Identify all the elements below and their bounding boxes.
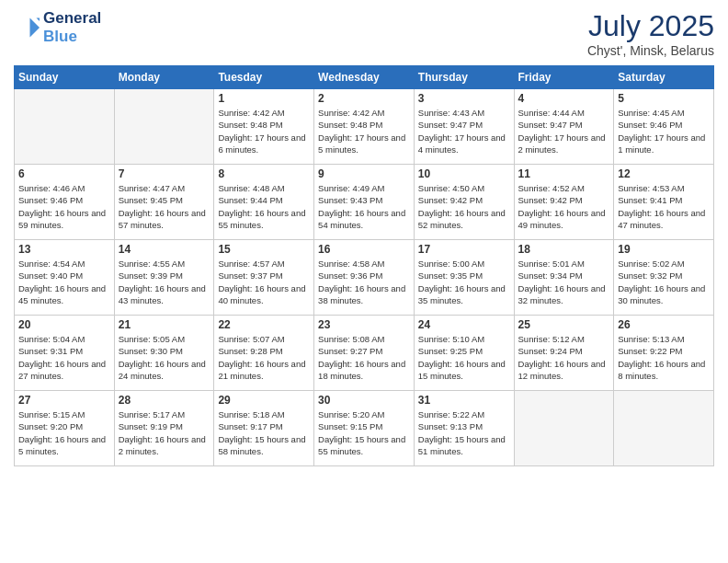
day-info: Sunrise: 5:02 AMSunset: 9:32 PMDaylight:… <box>618 258 710 306</box>
table-row: 20Sunrise: 5:04 AMSunset: 9:31 PMDayligh… <box>15 316 115 391</box>
table-row: 6Sunrise: 4:46 AMSunset: 9:46 PMDaylight… <box>15 165 115 240</box>
day-number: 22 <box>218 318 310 331</box>
header-monday: Monday <box>114 66 214 89</box>
day-info: Sunrise: 4:49 AMSunset: 9:43 PMDaylight:… <box>318 182 410 231</box>
day-number: 17 <box>418 243 510 256</box>
table-row <box>114 89 214 165</box>
day-info: Sunrise: 5:10 AMSunset: 9:25 PMDaylight:… <box>418 333 510 382</box>
table-row: 11Sunrise: 4:52 AMSunset: 9:42 PMDayligh… <box>514 165 614 240</box>
header-friday: Friday <box>514 66 614 89</box>
table-row: 7Sunrise: 4:47 AMSunset: 9:45 PMDaylight… <box>114 165 214 240</box>
calendar-table: Sunday Monday Tuesday Wednesday Thursday… <box>14 65 714 466</box>
header-tuesday: Tuesday <box>214 66 314 89</box>
day-number: 24 <box>418 318 510 331</box>
day-number: 21 <box>119 318 210 331</box>
day-info: Sunrise: 4:55 AMSunset: 9:39 PMDaylight:… <box>119 258 210 306</box>
day-info: Sunrise: 5:17 AMSunset: 9:19 PMDaylight:… <box>119 408 210 457</box>
calendar-header: Sunday Monday Tuesday Wednesday Thursday… <box>15 66 714 89</box>
day-number: 4 <box>518 92 610 105</box>
table-row: 9Sunrise: 4:49 AMSunset: 9:43 PMDaylight… <box>314 165 415 240</box>
day-info: Sunrise: 5:18 AMSunset: 9:17 PMDaylight:… <box>218 408 310 457</box>
table-row: 16Sunrise: 4:58 AMSunset: 9:36 PMDayligh… <box>314 240 415 316</box>
table-row: 10Sunrise: 4:50 AMSunset: 9:42 PMDayligh… <box>414 165 514 240</box>
day-info: Sunrise: 5:13 AMSunset: 9:22 PMDaylight:… <box>618 333 710 382</box>
day-info: Sunrise: 4:58 AMSunset: 9:36 PMDaylight:… <box>318 258 410 306</box>
table-row: 18Sunrise: 5:01 AMSunset: 9:34 PMDayligh… <box>514 240 614 316</box>
table-row: 27Sunrise: 5:15 AMSunset: 9:20 PMDayligh… <box>15 391 115 466</box>
logo-text-line2: Blue <box>43 28 101 46</box>
table-row: 12Sunrise: 4:53 AMSunset: 9:41 PMDayligh… <box>614 165 714 240</box>
day-info: Sunrise: 4:48 AMSunset: 9:44 PMDaylight:… <box>218 182 310 231</box>
day-number: 19 <box>618 243 710 256</box>
day-number: 3 <box>418 92 510 105</box>
day-number: 27 <box>18 394 110 407</box>
day-info: Sunrise: 4:46 AMSunset: 9:46 PMDaylight:… <box>18 182 110 231</box>
table-row: 15Sunrise: 4:57 AMSunset: 9:37 PMDayligh… <box>214 240 314 316</box>
table-row: 2Sunrise: 4:42 AMSunset: 9:48 PMDaylight… <box>314 89 415 165</box>
day-info: Sunrise: 5:15 AMSunset: 9:20 PMDaylight:… <box>18 408 110 457</box>
day-number: 18 <box>518 243 610 256</box>
day-info: Sunrise: 4:44 AMSunset: 9:47 PMDaylight:… <box>518 107 610 155</box>
table-row: 19Sunrise: 5:02 AMSunset: 9:32 PMDayligh… <box>614 240 714 316</box>
table-row: 23Sunrise: 5:08 AMSunset: 9:27 PMDayligh… <box>314 316 415 391</box>
day-number: 23 <box>318 318 410 331</box>
header-saturday: Saturday <box>614 66 714 89</box>
day-info: Sunrise: 5:00 AMSunset: 9:35 PMDaylight:… <box>418 258 510 306</box>
day-number: 26 <box>618 318 710 331</box>
day-info: Sunrise: 4:54 AMSunset: 9:40 PMDaylight:… <box>18 258 110 306</box>
table-row: 1Sunrise: 4:42 AMSunset: 9:48 PMDaylight… <box>214 89 314 165</box>
day-number: 30 <box>318 394 410 407</box>
table-row: 21Sunrise: 5:05 AMSunset: 9:30 PMDayligh… <box>114 316 214 391</box>
day-info: Sunrise: 5:12 AMSunset: 9:24 PMDaylight:… <box>518 333 610 382</box>
table-row: 3Sunrise: 4:43 AMSunset: 9:47 PMDaylight… <box>414 89 514 165</box>
day-info: Sunrise: 5:07 AMSunset: 9:28 PMDaylight:… <box>218 333 310 382</box>
day-info: Sunrise: 5:22 AMSunset: 9:13 PMDaylight:… <box>418 408 510 457</box>
day-info: Sunrise: 5:08 AMSunset: 9:27 PMDaylight:… <box>318 333 410 382</box>
title-block: July 2025 Chyst', Minsk, Belarus <box>587 9 714 58</box>
table-row: 22Sunrise: 5:07 AMSunset: 9:28 PMDayligh… <box>214 316 314 391</box>
table-row: 31Sunrise: 5:22 AMSunset: 9:13 PMDayligh… <box>414 391 514 466</box>
day-number: 28 <box>119 394 210 407</box>
day-info: Sunrise: 4:47 AMSunset: 9:45 PMDaylight:… <box>119 182 210 231</box>
day-number: 2 <box>318 92 410 105</box>
day-info: Sunrise: 5:20 AMSunset: 9:15 PMDaylight:… <box>318 408 410 457</box>
day-number: 15 <box>218 243 310 256</box>
table-row: 28Sunrise: 5:17 AMSunset: 9:19 PMDayligh… <box>114 391 214 466</box>
day-number: 12 <box>618 167 710 180</box>
table-row <box>614 391 714 466</box>
day-number: 20 <box>18 318 110 331</box>
table-row: 30Sunrise: 5:20 AMSunset: 9:15 PMDayligh… <box>314 391 415 466</box>
day-info: Sunrise: 5:04 AMSunset: 9:31 PMDaylight:… <box>18 333 110 382</box>
table-row: 17Sunrise: 5:00 AMSunset: 9:35 PMDayligh… <box>414 240 514 316</box>
location-subtitle: Chyst', Minsk, Belarus <box>587 43 714 58</box>
svg-marker-0 <box>30 17 40 37</box>
day-number: 7 <box>119 167 210 180</box>
day-info: Sunrise: 4:42 AMSunset: 9:48 PMDaylight:… <box>218 107 310 155</box>
day-info: Sunrise: 4:50 AMSunset: 9:42 PMDaylight:… <box>418 182 510 231</box>
day-number: 1 <box>218 92 310 105</box>
day-info: Sunrise: 4:57 AMSunset: 9:37 PMDaylight:… <box>218 258 310 306</box>
day-number: 11 <box>518 167 610 180</box>
table-row: 29Sunrise: 5:18 AMSunset: 9:17 PMDayligh… <box>214 391 314 466</box>
calendar-body: 1Sunrise: 4:42 AMSunset: 9:48 PMDaylight… <box>15 89 714 466</box>
day-number: 29 <box>218 394 310 407</box>
day-info: Sunrise: 5:01 AMSunset: 9:34 PMDaylight:… <box>518 258 610 306</box>
day-number: 8 <box>218 167 310 180</box>
day-number: 13 <box>18 243 110 256</box>
table-row <box>514 391 614 466</box>
svg-marker-1 <box>37 17 40 21</box>
day-number: 5 <box>618 92 710 105</box>
day-info: Sunrise: 4:53 AMSunset: 9:41 PMDaylight:… <box>618 182 710 231</box>
header-wednesday: Wednesday <box>314 66 415 89</box>
day-number: 16 <box>318 243 410 256</box>
table-row: 26Sunrise: 5:13 AMSunset: 9:22 PMDayligh… <box>614 316 714 391</box>
day-info: Sunrise: 4:45 AMSunset: 9:46 PMDaylight:… <box>618 107 710 155</box>
table-row: 25Sunrise: 5:12 AMSunset: 9:24 PMDayligh… <box>514 316 614 391</box>
header-thursday: Thursday <box>414 66 514 89</box>
day-number: 14 <box>119 243 210 256</box>
day-info: Sunrise: 5:05 AMSunset: 9:30 PMDaylight:… <box>119 333 210 382</box>
logo: General Blue <box>14 9 101 45</box>
logo-icon <box>14 15 40 40</box>
month-title: July 2025 <box>587 9 714 43</box>
header-sunday: Sunday <box>15 66 115 89</box>
